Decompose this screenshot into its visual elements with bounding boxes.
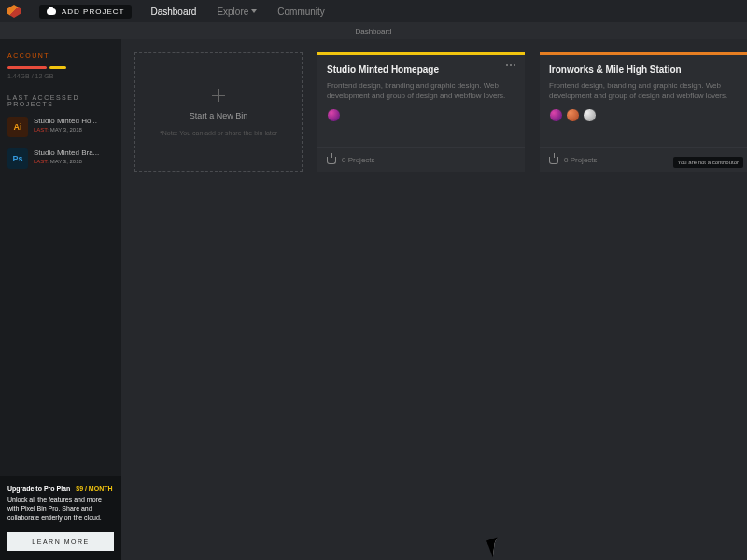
storage-bar-used bbox=[7, 66, 47, 69]
new-bin-title: Start a New Bin bbox=[190, 111, 248, 120]
card-footer: 0 Projects bbox=[317, 147, 525, 172]
card-title: Ironworks & Mile High Station bbox=[549, 64, 682, 75]
card-avatars bbox=[327, 108, 515, 122]
project-meta: Studio Minted Ho... LAST: MAY 3, 2018 bbox=[34, 117, 114, 133]
avatar bbox=[583, 108, 597, 122]
storage-text: 1.44GB / 12 GB bbox=[0, 71, 121, 91]
download-icon[interactable] bbox=[549, 157, 558, 164]
project-name: Studio Minted Ho... bbox=[34, 117, 114, 125]
storage-bars bbox=[0, 63, 121, 71]
top-nav: Dashboard Explore Community bbox=[150, 7, 324, 17]
avatar bbox=[327, 108, 341, 122]
card-project-count: 0 Projects bbox=[342, 156, 375, 164]
add-project-label: ADD PROJECT bbox=[62, 7, 124, 16]
photoshop-icon: Ps bbox=[7, 148, 28, 169]
breadcrumb-label: Dashboard bbox=[355, 27, 391, 35]
sidebar-account-label: ACCOUNT bbox=[0, 49, 121, 63]
bin-card[interactable]: Studio Minted Homepage Frontend design, … bbox=[317, 52, 525, 172]
tooltip: You are not a contributor bbox=[673, 157, 744, 168]
new-bin-note: *Note: You can add or share the bin late… bbox=[160, 130, 277, 136]
sidebar-project-item[interactable]: Ps Studio Minted Bra... LAST: MAY 3, 201… bbox=[0, 143, 121, 175]
nav-explore-label: Explore bbox=[217, 7, 248, 17]
promo-body: Unlock all the features and more with Pi… bbox=[7, 496, 114, 523]
avatar bbox=[549, 108, 563, 122]
illustrator-icon: Ai bbox=[7, 117, 28, 137]
more-options-icon[interactable] bbox=[506, 64, 515, 66]
card-description: Frontend design, branding and graphic de… bbox=[549, 80, 738, 101]
card-project-count: 0 Projects bbox=[564, 156, 598, 164]
project-meta: Studio Minted Bra... LAST: MAY 3, 2018 bbox=[34, 148, 114, 164]
download-icon[interactable] bbox=[327, 157, 336, 164]
add-project-button[interactable]: ADD PROJECT bbox=[39, 5, 132, 19]
card-description: Frontend design, branding and graphic de… bbox=[327, 80, 515, 101]
sidebar-recent-label: LAST ACCESSED PROJECTS bbox=[0, 91, 121, 111]
project-date: LAST: MAY 3, 2018 bbox=[34, 127, 114, 133]
card-title: Studio Minted Homepage bbox=[327, 64, 439, 75]
nav-dashboard[interactable]: Dashboard bbox=[150, 7, 196, 17]
card-footer: 0 Projects You are not a contributor bbox=[540, 147, 747, 172]
topbar: ADD PROJECT Dashboard Explore Community bbox=[0, 0, 747, 22]
upgrade-promo: Upgrade to Pro Plan $9 / MONTH Unlock al… bbox=[0, 476, 121, 560]
app-logo-icon bbox=[7, 5, 21, 18]
bin-card[interactable]: Ironworks & Mile High Station Frontend d… bbox=[540, 52, 747, 172]
avatar bbox=[566, 108, 580, 122]
new-bin-card[interactable]: Start a New Bin *Note: You can add or sh… bbox=[134, 52, 303, 172]
learn-more-button[interactable]: LEARN MORE bbox=[7, 532, 114, 551]
sidebar-project-item[interactable]: Ai Studio Minted Ho... LAST: MAY 3, 2018 bbox=[0, 111, 121, 143]
cloud-upload-icon bbox=[47, 8, 56, 15]
sidebar: ACCOUNT 1.44GB / 12 GB LAST ACCESSED PRO… bbox=[0, 39, 121, 560]
breadcrumb-bar: Dashboard bbox=[0, 22, 747, 39]
storage-bar-other bbox=[49, 66, 66, 69]
nav-explore[interactable]: Explore bbox=[217, 7, 257, 17]
promo-title: Upgrade to Pro Plan $9 / MONTH bbox=[7, 485, 114, 492]
main-content: Start a New Bin *Note: You can add or sh… bbox=[121, 39, 747, 560]
project-name: Studio Minted Bra... bbox=[34, 148, 114, 157]
nav-community[interactable]: Community bbox=[277, 7, 325, 17]
project-date: LAST: MAY 3, 2018 bbox=[34, 159, 114, 164]
card-avatars bbox=[549, 108, 738, 122]
plus-icon bbox=[212, 89, 225, 102]
chevron-down-icon bbox=[251, 9, 257, 13]
